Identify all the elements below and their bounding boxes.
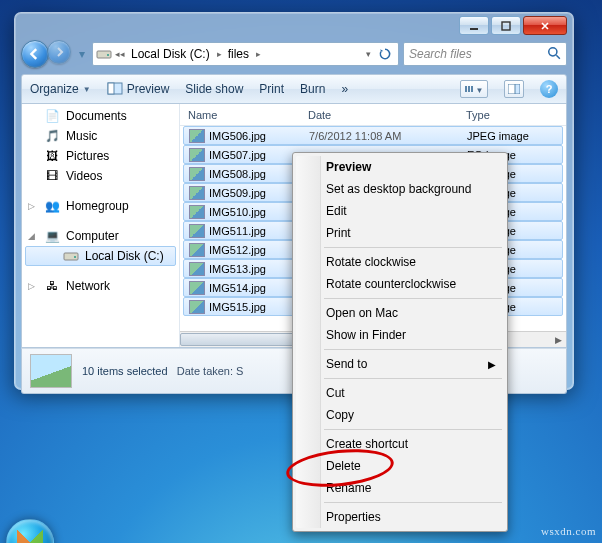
crumb-folder[interactable]: files [225,43,253,65]
file-name: IMG508.jpg [209,168,266,180]
file-name: IMG514.jpg [209,282,266,294]
address-dropdown[interactable]: ▾ [362,49,375,59]
chevron-icon: ◂◂ [112,49,128,59]
menu-print[interactable]: Print [296,222,504,244]
menu-preview[interactable]: Preview [296,156,504,178]
menu-properties[interactable]: Properties [296,506,504,528]
pictures-icon: 🖼 [44,148,60,164]
svg-rect-1 [502,22,510,30]
preview-button[interactable]: Preview [107,81,170,97]
submenu-arrow-icon: ▶ [488,359,496,370]
videos-icon: 🎞 [44,168,60,184]
nav-videos[interactable]: 🎞Videos [22,166,179,186]
image-file-icon [189,224,205,238]
organize-button[interactable]: Organize▼ [30,82,91,96]
menu-separator [324,429,502,430]
nav-documents[interactable]: 📄Documents [22,106,179,126]
drive-icon [96,46,112,62]
col-type[interactable]: Type [466,109,566,121]
menu-separator [324,502,502,503]
chevron-right-icon[interactable]: ▸ [253,49,264,59]
menu-rename[interactable]: Rename [296,477,504,499]
image-file-icon [189,148,205,162]
menu-send-to[interactable]: Send to▶ [296,353,504,375]
date-taken-label: Date taken: [177,365,233,377]
menu-separator [324,349,502,350]
overflow-button[interactable]: » [341,82,348,96]
scroll-right-icon[interactable]: ▶ [550,332,566,347]
menu-rotate-clockwise[interactable]: Rotate clockwise [296,251,504,273]
svg-rect-0 [470,28,478,30]
address-bar[interactable]: ◂◂ Local Disk (C:) ▸ files ▸ ▾ [92,42,399,66]
nav-buttons [21,40,71,68]
view-button[interactable]: ▼ [460,80,488,98]
menu-separator [324,247,502,248]
nav-homegroup[interactable]: ▷👥Homegroup [22,196,179,216]
menu-edit[interactable]: Edit [296,200,504,222]
refresh-button[interactable] [375,47,395,61]
menu-copy[interactable]: Copy [296,404,504,426]
music-icon: 🎵 [44,128,60,144]
nav-network[interactable]: ▷🖧Network [22,276,179,296]
file-name: IMG512.jpg [209,244,266,256]
svg-point-4 [549,47,557,55]
nav-computer[interactable]: ◢💻Computer [22,226,179,246]
maximize-button[interactable] [491,16,521,35]
drive-icon [63,248,79,264]
history-dropdown[interactable]: ▾ [75,47,88,61]
homegroup-icon: 👥 [44,198,60,214]
svg-rect-11 [74,256,76,258]
expand-icon[interactable]: ◢ [28,231,35,241]
menu-rotate-counterclockwise[interactable]: Rotate counterclockwise [296,273,504,295]
watermark: wsxdn.com [541,525,596,537]
minimize-button[interactable] [459,16,489,35]
menu-open-on-mac[interactable]: Open on Mac [296,302,504,324]
navigation-pane: 📄Documents 🎵Music 🖼Pictures 🎞Videos ▷👥Ho… [22,104,180,347]
menu-separator [324,298,502,299]
print-button[interactable]: Print [259,82,284,96]
svg-line-5 [556,55,560,59]
nav-row: ▾ ◂◂ Local Disk (C:) ▸ files ▸ ▾ Search … [21,39,567,69]
command-bar: Organize▼ Preview Slide show Print Burn … [21,74,567,104]
file-row[interactable]: IMG506.jpg7/6/2012 11:08 AMJPEG image [183,126,563,145]
nav-local-disk[interactable]: Local Disk (C:) [25,246,176,266]
col-name[interactable]: Name [180,109,308,121]
search-input[interactable]: Search files [403,42,567,66]
preview-pane-button[interactable] [504,80,524,98]
back-button[interactable] [21,40,49,68]
search-icon [547,46,561,63]
file-name: IMG507.jpg [209,149,266,161]
file-name: IMG515.jpg [209,301,266,313]
nav-pictures[interactable]: 🖼Pictures [22,146,179,166]
help-button[interactable]: ? [540,80,558,98]
burn-button[interactable]: Burn [300,82,325,96]
file-name: IMG511.jpg [209,225,266,237]
close-button[interactable] [523,16,567,35]
computer-icon: 💻 [44,228,60,244]
thumbnail-icon [30,354,72,388]
crumb-folder-label: files [228,47,249,61]
menu-create-shortcut[interactable]: Create shortcut [296,433,504,455]
image-file-icon [189,167,205,181]
menu-set-desktop-background[interactable]: Set as desktop background [296,178,504,200]
chevron-right-icon[interactable]: ▸ [214,49,225,59]
expand-icon[interactable]: ▷ [28,281,35,291]
preview-icon [107,81,123,97]
crumb-drive[interactable]: Local Disk (C:) [128,43,214,65]
svg-rect-3 [107,54,109,56]
selection-count: 10 items selected [82,365,168,377]
documents-icon: 📄 [44,108,60,124]
menu-delete[interactable]: Delete [296,455,504,477]
nav-music[interactable]: 🎵Music [22,126,179,146]
col-date[interactable]: Date [308,109,466,121]
slideshow-button[interactable]: Slide show [185,82,243,96]
svg-rect-7 [108,83,114,94]
file-name: IMG510.jpg [209,206,266,218]
file-name: IMG506.jpg [209,130,266,142]
forward-button[interactable] [47,40,71,64]
start-button[interactable] [6,519,54,543]
image-file-icon [189,129,205,143]
menu-show-in-finder[interactable]: Show in Finder [296,324,504,346]
expand-icon[interactable]: ▷ [28,201,35,211]
menu-cut[interactable]: Cut [296,382,504,404]
